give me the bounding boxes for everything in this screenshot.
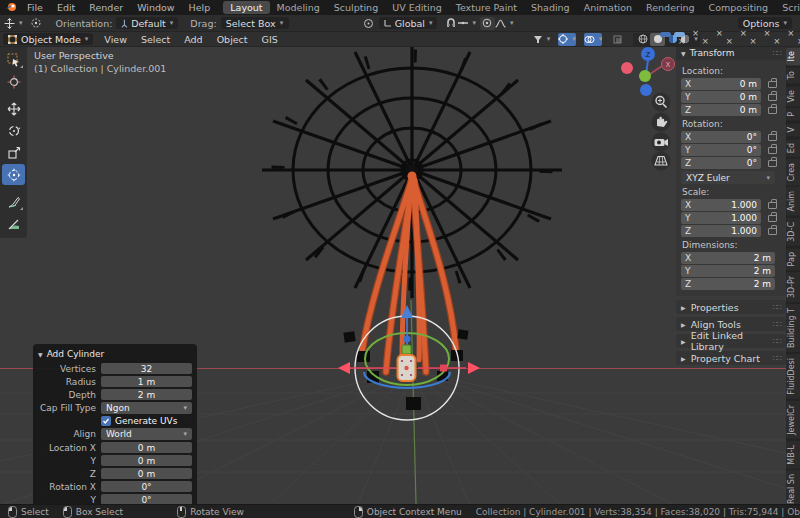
sidebar-tab-3d-print[interactable]: 3D-Pr: [786, 272, 800, 302]
rotation-z-field[interactable]: Z0°: [681, 157, 761, 169]
dimensions-z-field[interactable]: Z2 m: [681, 278, 775, 290]
camera-view-icon-button[interactable]: [652, 133, 671, 152]
align-dropdown[interactable]: World: [101, 428, 192, 440]
lock-icon[interactable]: [768, 202, 777, 209]
tool-annotate[interactable]: [2, 191, 25, 212]
menu-select[interactable]: Select: [134, 34, 177, 45]
toggle-perspective-icon-button[interactable]: [652, 152, 671, 171]
overlays-toggle-dropdown[interactable]: [584, 33, 603, 46]
xray-toggle[interactable]: [610, 33, 625, 46]
panel-grip-icon[interactable]: ∷∷: [773, 303, 781, 312]
dimensions-y-field[interactable]: Y2 m: [681, 265, 775, 277]
menu-view[interactable]: View: [97, 34, 134, 45]
operator-panel-header[interactable]: Add Cylinder: [38, 347, 192, 361]
header-overflow-x-icons-row2[interactable]: [678, 37, 800, 45]
gizmo-y-plane-handle[interactable]: [402, 345, 411, 354]
workspace-tab-modeling[interactable]: Modeling: [270, 1, 327, 14]
menu-object[interactable]: Object: [210, 34, 255, 45]
proportional-falloff-dropdown[interactable]: [495, 17, 514, 30]
header-overflow-pill[interactable]: [660, 32, 671, 37]
workspace-tab-uv-editing[interactable]: UV Editing: [385, 1, 449, 14]
radius-field[interactable]: 1 m: [101, 376, 192, 387]
lock-icon[interactable]: [768, 94, 777, 101]
menu-render[interactable]: Render: [82, 2, 130, 13]
zoom-icon-button[interactable]: [652, 93, 671, 112]
tool-cursor[interactable]: [2, 71, 25, 92]
op-rotation-x-field[interactable]: 0°: [101, 481, 192, 492]
active-tool-dropdown[interactable]: [4, 17, 23, 30]
generate-uvs-checkbox[interactable]: [101, 416, 111, 426]
op-location-x-field[interactable]: 0 m: [101, 442, 192, 453]
tool-move[interactable]: [2, 98, 25, 119]
sidebar-tab-pap[interactable]: Pap: [786, 248, 800, 270]
workspace-tab-rendering[interactable]: Rendering: [639, 1, 702, 14]
sidebar-tab-anim[interactable]: Anim: [786, 187, 800, 216]
lock-icon[interactable]: [768, 147, 777, 154]
lock-icon[interactable]: [768, 215, 777, 222]
panel-grip-icon[interactable]: ∷∷: [773, 320, 781, 329]
tool-select-box[interactable]: [2, 49, 25, 70]
menu-edit[interactable]: Edit: [50, 2, 82, 13]
proportional-editing-icon[interactable]: [480, 17, 495, 30]
orientation-dropdown[interactable]: Default: [116, 17, 178, 29]
lock-icon[interactable]: [768, 134, 777, 141]
scale-x-field[interactable]: X1.000: [681, 199, 761, 211]
gizmos-toggle-dropdown[interactable]: [558, 33, 576, 46]
lock-icon[interactable]: [768, 107, 777, 114]
location-x-field[interactable]: X0 m: [681, 78, 761, 90]
transform-pivot-icon[interactable]: [361, 17, 376, 30]
lock-icon[interactable]: [768, 81, 777, 88]
menu-help[interactable]: Help: [182, 2, 218, 13]
shading-wireframe-icon[interactable]: [635, 33, 650, 46]
selected-cylinder-object[interactable]: [398, 355, 416, 381]
blender-logo-icon[interactable]: [5, 2, 17, 14]
workspace-tab-layout[interactable]: Layout: [223, 1, 269, 14]
tool-rotate[interactable]: [2, 120, 25, 141]
panel-grip-icon[interactable]: ∷∷: [773, 49, 781, 58]
transform-orientation-dropdown[interactable]: Global: [379, 17, 438, 29]
workspace-tab-compositing[interactable]: Compositing: [702, 1, 776, 14]
sidebar-tab-jewelcraft[interactable]: JewelCr: [786, 401, 800, 439]
scale-z-field[interactable]: Z1.000: [681, 225, 761, 237]
snap-settings-dropdown[interactable]: [458, 17, 476, 30]
location-z-field[interactable]: Z0 m: [681, 104, 761, 116]
sidebar-tab-p[interactable]: P: [786, 108, 800, 121]
transform-panel-header[interactable]: Transform ∷∷: [676, 46, 786, 60]
sidebar-tab-real-snow[interactable]: Real Sn: [786, 470, 800, 504]
workspace-tab-sculpting[interactable]: Sculpting: [327, 1, 385, 14]
pan-hand-icon-button[interactable]: [652, 113, 671, 132]
panel-grip-icon[interactable]: ∷∷: [773, 354, 781, 363]
nav-axis-z-neg[interactable]: [640, 84, 652, 96]
rotation-y-field[interactable]: Y0°: [681, 144, 761, 156]
object-types-visibility-dropdown[interactable]: [533, 33, 551, 46]
sidebar-tab-create[interactable]: Crea: [786, 159, 800, 186]
tool-transform[interactable]: [2, 164, 25, 185]
rotation-mode-dropdown[interactable]: XYZ Euler: [681, 171, 775, 184]
nav-axis-x-pos[interactable]: [621, 62, 633, 74]
depth-field[interactable]: 2 m: [101, 389, 192, 400]
rotation-x-field[interactable]: X0°: [681, 131, 761, 143]
lock-icon[interactable]: [768, 228, 777, 235]
transform-gizmo-icon[interactable]: [29, 17, 44, 30]
scale-y-field[interactable]: Y1.000: [681, 212, 761, 224]
drag-mode-dropdown[interactable]: Select Box: [221, 17, 289, 29]
panel-properties[interactable]: Properties∷∷: [676, 300, 786, 314]
sidebar-tab-v[interactable]: V: [786, 123, 800, 136]
menu-add[interactable]: Add: [177, 34, 209, 45]
panel-grip-icon[interactable]: ∷∷: [773, 337, 781, 346]
sidebar-tab-tool[interactable]: To: [786, 67, 800, 83]
panel-property-chart[interactable]: Property Chart∷∷: [676, 351, 786, 365]
workspace-tab-animation[interactable]: Animation: [577, 1, 639, 14]
op-location-z-field[interactable]: 0 m: [101, 468, 192, 479]
cap-fill-type-dropdown[interactable]: Ngon: [101, 402, 192, 414]
sidebar-tab-3d-c[interactable]: 3D-C: [786, 218, 800, 246]
sidebar-tab-item[interactable]: Ite: [786, 47, 800, 65]
lock-icon[interactable]: [768, 160, 777, 167]
nav-axis-y[interactable]: [639, 70, 651, 82]
panel-edit-linked-library[interactable]: Edit Linked Library∷∷: [676, 334, 786, 348]
vertices-field[interactable]: 32: [101, 363, 192, 374]
sidebar-tab-mb-lab[interactable]: MB-L: [786, 441, 800, 469]
snap-toggle-icon[interactable]: [443, 17, 458, 30]
sidebar-tab-fluid-designer[interactable]: FluidDesi: [786, 354, 800, 399]
op-location-y-field[interactable]: 0 m: [101, 455, 192, 466]
